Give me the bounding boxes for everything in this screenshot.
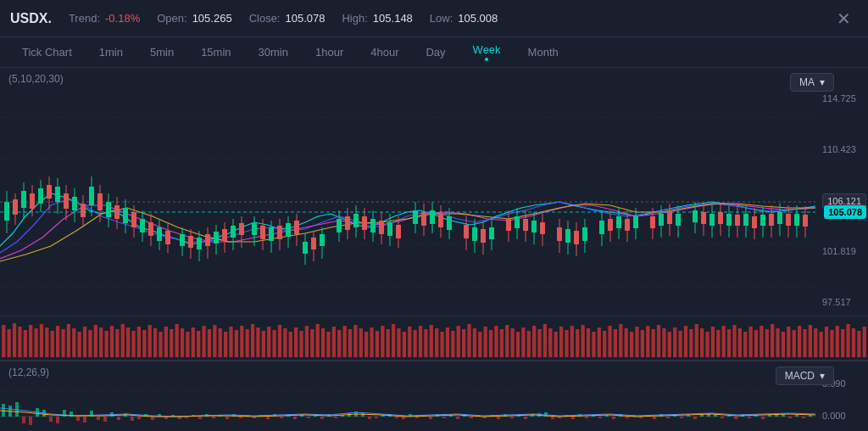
svg-rect-230: [278, 325, 281, 357]
svg-rect-266: [473, 328, 476, 357]
svg-rect-54: [214, 232, 219, 243]
close-button[interactable]: ✕: [830, 5, 858, 32]
svg-rect-281: [554, 332, 558, 357]
svg-rect-207: [153, 328, 157, 357]
svg-rect-205: [142, 330, 146, 357]
candlestick-chart: [0, 68, 815, 316]
svg-rect-289: [598, 327, 601, 357]
svg-rect-310: [711, 327, 715, 357]
svg-rect-335: [846, 324, 849, 357]
svg-rect-206: [148, 325, 152, 357]
svg-rect-198: [104, 331, 108, 357]
tf-week[interactable]: Week: [461, 40, 513, 64]
svg-rect-353: [76, 417, 80, 421]
svg-rect-203: [131, 331, 135, 357]
price-101: 101.819: [822, 246, 863, 256]
svg-rect-254: [408, 327, 411, 357]
svg-rect-62: [252, 223, 257, 235]
tf-1min[interactable]: 1min: [87, 42, 135, 62]
svg-rect-291: [608, 326, 611, 357]
svg-rect-357: [103, 417, 107, 422]
svg-rect-120: [531, 221, 537, 232]
svg-rect-158: [726, 214, 732, 226]
svg-rect-264: [462, 329, 465, 357]
svg-rect-327: [803, 329, 806, 357]
high-value: 105.148: [373, 12, 413, 25]
svg-rect-303: [673, 327, 676, 357]
tf-5min[interactable]: 5min: [138, 42, 186, 62]
svg-rect-118: [523, 219, 528, 231]
tf-15min[interactable]: 15min: [189, 42, 242, 62]
svg-rect-156: [718, 212, 723, 224]
svg-rect-219: [219, 328, 222, 357]
svg-rect-247: [370, 327, 373, 357]
tf-30min[interactable]: 30min: [247, 42, 300, 62]
svg-rect-142: [650, 216, 655, 228]
svg-rect-174: [794, 214, 799, 226]
svg-rect-276: [527, 331, 531, 357]
svg-rect-286: [581, 325, 585, 357]
svg-rect-38: [140, 219, 145, 232]
svg-rect-128: [574, 231, 579, 244]
svg-rect-322: [776, 328, 779, 357]
svg-rect-272: [505, 325, 509, 357]
trend-value: -0.18%: [105, 12, 140, 25]
tf-month[interactable]: Month: [516, 42, 570, 62]
svg-rect-304: [678, 331, 682, 357]
svg-rect-432: [612, 417, 615, 419]
svg-rect-104: [447, 216, 452, 230]
tf-4hour[interactable]: 4hour: [359, 42, 410, 62]
svg-rect-218: [213, 325, 216, 357]
svg-rect-166: [760, 215, 765, 226]
svg-rect-189: [56, 326, 59, 357]
svg-rect-375: [225, 417, 229, 419]
svg-rect-162: [743, 214, 748, 226]
svg-rect-428: [585, 417, 588, 418]
tf-tick[interactable]: Tick Chart: [10, 42, 84, 62]
svg-rect-185: [34, 328, 37, 357]
trend-stat: Trend: -0.18%: [69, 12, 140, 25]
svg-rect-236: [310, 329, 314, 357]
svg-rect-239: [326, 332, 330, 357]
svg-rect-202: [126, 327, 130, 357]
svg-rect-187: [45, 327, 48, 357]
svg-rect-134: [608, 219, 613, 231]
svg-rect-232: [289, 332, 292, 357]
svg-rect-30: [106, 202, 111, 217]
svg-rect-284: [570, 326, 574, 357]
svg-rect-417: [510, 417, 514, 418]
ma-selector-button[interactable]: MA ▾: [790, 73, 834, 92]
tf-1hour[interactable]: 1hour: [303, 42, 355, 62]
svg-rect-226: [256, 327, 259, 357]
svg-rect-229: [272, 330, 275, 357]
svg-rect-259: [435, 328, 438, 357]
svg-rect-214: [192, 327, 195, 357]
svg-rect-389: [320, 417, 324, 419]
svg-rect-116: [515, 216, 520, 228]
tf-day[interactable]: Day: [414, 42, 457, 62]
price-114: 114.725: [822, 93, 863, 104]
macd-selector-button[interactable]: MACD ▾: [776, 367, 834, 385]
svg-rect-271: [500, 329, 504, 357]
svg-rect-265: [467, 324, 470, 357]
svg-rect-369: [185, 417, 188, 418]
svg-rect-261: [446, 327, 449, 357]
svg-rect-200: [115, 329, 119, 357]
svg-rect-285: [576, 329, 579, 357]
close-label: Close:: [249, 12, 281, 25]
svg-rect-80: [337, 219, 342, 232]
svg-rect-283: [565, 330, 568, 357]
svg-rect-397: [375, 417, 378, 418]
svg-rect-24: [81, 204, 86, 217]
svg-rect-152: [701, 212, 706, 224]
svg-rect-190: [61, 329, 64, 357]
svg-rect-396: [368, 417, 371, 419]
svg-rect-146: [667, 212, 672, 224]
svg-rect-106: [464, 225, 469, 238]
svg-rect-223: [240, 326, 243, 357]
svg-rect-248: [376, 331, 379, 357]
svg-rect-98: [421, 212, 426, 226]
svg-rect-308: [700, 328, 704, 357]
svg-rect-415: [497, 417, 500, 419]
svg-rect-88: [370, 219, 376, 232]
